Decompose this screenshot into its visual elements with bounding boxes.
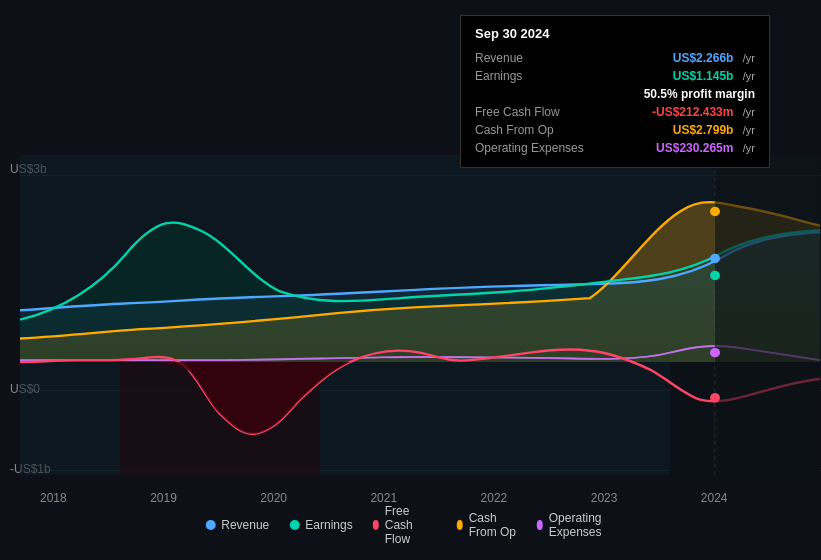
tooltip-profit-margin-row: 50.5% profit margin [475,85,755,103]
legend-item-earnings[interactable]: Earnings [289,518,352,532]
legend-label-earnings: Earnings [305,518,352,532]
earnings-value: US$1.145b [673,69,734,83]
tooltip-opex-row: Operating Expenses US$230.265m /yr [475,139,755,157]
fcf-value: -US$212.433m [652,105,733,119]
legend-dot-opex [537,520,543,530]
x-label-2021: 2021 [370,491,397,505]
fcf-period: /yr [743,106,755,118]
tooltip-cashop-row: Cash From Op US$2.799b /yr [475,121,755,139]
legend-item-revenue[interactable]: Revenue [205,518,269,532]
legend-item-opex[interactable]: Operating Expenses [537,511,616,539]
x-axis-labels: 2018 2019 2020 2021 2022 2023 2024 [20,491,821,505]
tooltip-revenue-row: Revenue US$2.266b /yr [475,49,755,67]
x-label-2020: 2020 [260,491,287,505]
x-label-2024: 2024 [701,491,728,505]
chart-svg [20,155,820,475]
cashop-label: Cash From Op [475,123,554,137]
revenue-label: Revenue [475,51,523,65]
chart-container: Sep 30 2024 Revenue US$2.266b /yr Earnin… [0,0,821,560]
opex-label: Operating Expenses [475,141,584,155]
legend-item-cashop[interactable]: Cash From Op [457,511,517,539]
revenue-period: /yr [743,52,755,64]
svg-point-6 [710,271,720,280]
x-label-2018: 2018 [40,491,67,505]
opex-period: /yr [743,142,755,154]
svg-point-7 [710,393,720,402]
x-label-2022: 2022 [481,491,508,505]
legend-dot-fcf [373,520,379,530]
x-label-2019: 2019 [150,491,177,505]
legend-dot-cashop [457,520,463,530]
tooltip-box: Sep 30 2024 Revenue US$2.266b /yr Earnin… [460,15,770,168]
tooltip-fcf-row: Free Cash Flow -US$212.433m /yr [475,103,755,121]
svg-point-9 [710,348,720,357]
earnings-label: Earnings [475,69,522,83]
opex-value: US$230.265m [656,141,733,155]
chart-legend: Revenue Earnings Free Cash Flow Cash Fro… [205,504,616,546]
legend-dot-revenue [205,520,215,530]
tooltip-earnings-row: Earnings US$1.145b /yr [475,67,755,85]
legend-label-revenue: Revenue [221,518,269,532]
profit-margin-value: 50.5% profit margin [644,87,755,101]
revenue-value: US$2.266b [673,51,734,65]
fcf-label: Free Cash Flow [475,105,560,119]
cashop-value: US$2.799b [673,123,734,137]
tooltip-date: Sep 30 2024 [475,26,755,41]
legend-item-fcf[interactable]: Free Cash Flow [373,504,437,546]
legend-dot-earnings [289,520,299,530]
earnings-period: /yr [743,70,755,82]
x-label-2023: 2023 [591,491,618,505]
cashop-period: /yr [743,124,755,136]
svg-point-8 [710,207,720,216]
legend-label-opex: Operating Expenses [549,511,616,539]
svg-rect-4 [715,155,820,475]
legend-label-cashop: Cash From Op [469,511,517,539]
legend-label-fcf: Free Cash Flow [385,504,437,546]
svg-point-5 [710,254,720,263]
